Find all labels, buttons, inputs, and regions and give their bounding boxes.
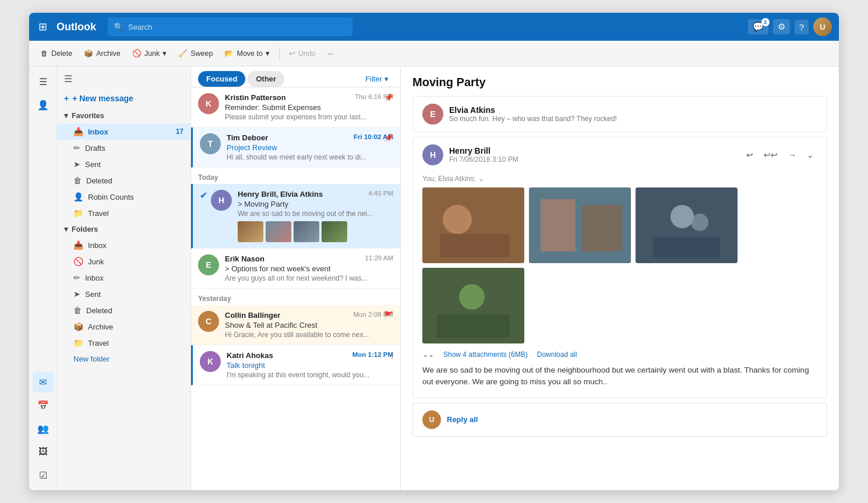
settings-button[interactable]: ⚙: [773, 19, 790, 34]
tab-other[interactable]: Other: [248, 71, 284, 87]
preview-erik: Are you guys all on for next weekend? I …: [225, 274, 393, 282]
people-rail-button[interactable]: 👤: [33, 94, 54, 115]
reply-all-box[interactable]: U Reply all: [412, 403, 827, 437]
svg-point-11: [459, 284, 485, 310]
sidebar-item-deleted[interactable]: 🗑 Deleted: [57, 172, 190, 189]
svg-point-1: [443, 205, 472, 234]
expand-button[interactable]: ⌄: [803, 149, 817, 161]
moveto-dropdown-icon: ▾: [266, 49, 270, 58]
thread-header-elvia[interactable]: E Elvia Atkins So much fun. Hey – who wa…: [413, 97, 827, 132]
reply-all-input[interactable]: Reply all: [447, 415, 817, 424]
show-attachments-link[interactable]: Show 4 attachments (6MB): [443, 350, 528, 359]
sidebar-item-travel-top[interactable]: 📁 Travel: [57, 205, 190, 221]
expand-attach-icon: ⌄⌄: [422, 350, 434, 359]
contacts-rail-button[interactable]: 👥: [33, 418, 54, 439]
sidebar-item-sent[interactable]: ➤ Sent: [57, 156, 190, 172]
undo-button[interactable]: ↩ Undo: [284, 47, 320, 60]
sweep-icon: 🧹: [178, 49, 188, 58]
mail-rail-button[interactable]: ✉: [33, 371, 54, 392]
drafts-icon: ✏: [73, 143, 80, 153]
subject-katri: Talk tonight: [227, 361, 393, 370]
email-item-henry[interactable]: ✔ H Henry Brill, Elvia Atkins 4:45 PM > …: [191, 184, 400, 249]
henry-sender: Henry Brill: [449, 146, 737, 155]
svg-point-7: [671, 205, 694, 228]
email-content-tim: Tim Deboer Fri 10:02 AM Project Review H…: [227, 133, 393, 161]
email-item-katri[interactable]: K Katri Ahokas Mon 1:12 PM Talk tonight …: [191, 345, 400, 385]
mail-icon: ✉: [39, 377, 47, 388]
folders-collapse-icon: ▾: [64, 225, 68, 233]
archive-button[interactable]: 📦 Archive: [79, 47, 125, 60]
thread-body-henry: ⌄⌄ Show 4 attachments (6MB) Download all…: [413, 187, 827, 398]
app-title: Outlook: [57, 21, 96, 33]
preview-katri: I'm speaking at this event tonight, woul…: [227, 371, 393, 379]
hamburger-rail-button[interactable]: ☰: [33, 71, 54, 92]
preview-collin: Hi Gracie, Are you still available to co…: [225, 331, 393, 339]
more-button[interactable]: ···: [323, 47, 338, 60]
gallery-rail-button[interactable]: 🖼: [33, 441, 54, 462]
sidebar-item-folders-deleted[interactable]: 🗑 Deleted: [57, 302, 190, 318]
email-content-katri: Katri Ahokas Mon 1:12 PM Talk tonight I'…: [227, 351, 393, 379]
top-bar: ⊞ Outlook 🔍 💬 2 ⚙ ? U: [29, 13, 839, 41]
reply-button[interactable]: ↩: [743, 149, 757, 161]
sidebar-item-junk[interactable]: 🚫 Junk: [57, 253, 190, 270]
subject-collin: Show & Tell at Pacific Crest: [225, 321, 393, 330]
search-input[interactable]: [128, 23, 347, 31]
sidebar-item-archive[interactable]: 📦 Archive: [57, 318, 190, 335]
tasks-rail-button[interactable]: ☑: [33, 465, 54, 486]
email-detail: Moving Party E Elvia Atkins So much fun.…: [401, 66, 839, 490]
new-folder-link[interactable]: New folder: [57, 351, 190, 367]
sidebar-item-folders-inbox[interactable]: 📥 Inbox: [57, 237, 190, 253]
expand-recipients-icon[interactable]: ⌄: [478, 175, 484, 183]
email-item-collin[interactable]: C Collin Ballinger Mon 2:08 PM Show & Te…: [191, 305, 400, 345]
help-button[interactable]: ?: [795, 20, 809, 34]
calendar-rail-button[interactable]: 📅: [33, 395, 54, 416]
app-window: ⊞ Outlook 🔍 💬 2 ⚙ ? U 🗑 Delete 📦: [29, 13, 839, 490]
email-item-tim[interactable]: T Tim Deboer Fri 10:02 AM Project Review…: [191, 127, 400, 168]
sidebar-item-folders-travel[interactable]: 📁 Travel: [57, 335, 190, 351]
travel-folder-icon: 📁: [73, 208, 83, 218]
avatar-tim: T: [200, 133, 221, 154]
pin-tim: 📌: [384, 133, 393, 142]
tab-bar: Focused Other Filter ▾: [191, 66, 400, 87]
filter-button[interactable]: Filter ▾: [361, 72, 393, 86]
favorites-section-header[interactable]: ▾ Favorites: [57, 108, 190, 123]
download-all-link[interactable]: Download all: [537, 350, 577, 359]
sidebar-item-inbox[interactable]: 📥 Inbox 17: [57, 123, 190, 140]
email-content-collin: Collin Ballinger Mon 2:08 PM Show & Tell…: [225, 311, 393, 339]
tab-focused[interactable]: Focused: [198, 71, 245, 87]
toolbar: 🗑 Delete 📦 Archive 🚫 Junk ▾ 🧹 Sweep 📂 Mo…: [29, 41, 839, 66]
forward-button[interactable]: →: [785, 149, 800, 161]
photo-2: [529, 187, 631, 263]
sidebar-item-drafts[interactable]: ✏ Drafts: [57, 140, 190, 156]
thumb-1: [238, 221, 263, 242]
folders-section-header[interactable]: ▾ Folders: [57, 221, 190, 237]
nav-hamburger-button[interactable]: ☰: [64, 73, 72, 84]
sweep-button[interactable]: 🧹 Sweep: [174, 47, 217, 60]
sidebar-item-folders-sent[interactable]: ➤ Sent: [57, 286, 190, 302]
email-item-erik[interactable]: E Erik Nason 11:29 AM > Options for next…: [191, 249, 400, 289]
gallery-icon: 🖼: [38, 447, 48, 457]
reply-avatar: U: [422, 410, 441, 429]
new-message-button[interactable]: + + New message: [57, 89, 190, 108]
check-icon: ✔: [200, 190, 207, 201]
move-to-button[interactable]: 📂 Move to ▾: [220, 47, 274, 60]
skype-button[interactable]: 💬 2: [748, 19, 768, 34]
svg-rect-9: [653, 237, 720, 257]
waffle-icon[interactable]: ⊞: [36, 18, 50, 36]
email-content-erik: Erik Nason 11:29 AM > Options for next w…: [225, 254, 393, 282]
preview-henry: We are so sad to be moving out of the ne…: [238, 210, 393, 218]
subject-tim: Project Review: [227, 143, 393, 152]
user-avatar[interactable]: U: [813, 17, 832, 36]
folder-deleted-icon: 🗑: [73, 306, 82, 315]
junk-button[interactable]: 🚫 Junk ▾: [128, 47, 171, 60]
icon-rail: ☰ 👤 ✉ 📅 👥 🖼 ☑: [29, 66, 57, 490]
email-content-henry: Henry Brill, Elvia Atkins 4:45 PM > Movi…: [238, 190, 393, 242]
email-item-kristin[interactable]: K Kristin Patterson Thu 6:16 PM Reminder…: [191, 87, 400, 127]
sidebar-item-robin-counts[interactable]: 👤 Robin Counts: [57, 189, 190, 205]
sidebar-item-folders-inbox2[interactable]: ✏ Inbox: [57, 270, 190, 286]
delete-button[interactable]: 🗑 Delete: [36, 47, 77, 60]
search-box[interactable]: 🔍: [108, 17, 352, 36]
reply-all-button-header[interactable]: ↩↩: [760, 149, 781, 161]
photo-grid: [422, 187, 817, 343]
email-content-kristin: Kristin Patterson Thu 6:16 PM Reminder: …: [225, 93, 393, 121]
